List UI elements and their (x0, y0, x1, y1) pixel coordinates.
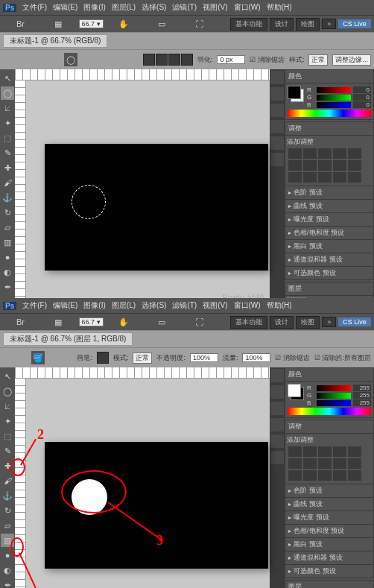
b-value[interactable]: 0 (353, 101, 371, 108)
crop-tool[interactable]: ⬚ (1, 429, 14, 443)
marquee-tool[interactable]: ◯ (1, 385, 14, 398)
hand-icon[interactable]: ✋ (117, 315, 130, 329)
preset-selcolor[interactable]: 可选颜色 预设 (285, 266, 373, 279)
marquee-tool[interactable]: ◯ (1, 86, 14, 100)
adj-poster-icon[interactable] (303, 172, 317, 183)
b-slider[interactable] (317, 102, 351, 108)
menu-select[interactable]: 选择(S) (142, 300, 166, 311)
adj-photofilter-icon[interactable] (333, 160, 346, 171)
color-panel-header[interactable]: 颜色 (285, 368, 373, 382)
adj-icon[interactable] (318, 458, 332, 469)
hand-icon[interactable]: ✋ (117, 17, 130, 31)
crop-tool[interactable]: ⬚ (1, 131, 14, 145)
b-slider[interactable] (317, 400, 351, 406)
dock-icon[interactable] (270, 87, 284, 101)
screen-icon[interactable]: ⛶ (193, 17, 206, 31)
adj-icon[interactable] (303, 446, 317, 457)
selection-mode-icons[interactable] (143, 54, 193, 66)
menu-layer[interactable]: 图层(L) (112, 2, 136, 13)
dodge-tool[interactable]: ◐ (1, 563, 14, 577)
adj-icon[interactable] (303, 470, 317, 481)
dock-icon[interactable] (270, 434, 284, 448)
dock-icon[interactable] (270, 120, 284, 133)
preset-curves[interactable]: 曲线 预设 (285, 497, 373, 510)
adj-selcolor-icon[interactable] (348, 172, 361, 183)
layers-header[interactable]: 图层 (285, 282, 373, 296)
preset-chanmix[interactable]: 通道混和器 预设 (285, 253, 373, 266)
preset-exposure[interactable]: 曝光度 预设 (285, 510, 373, 524)
feather-input[interactable]: 0 px (217, 55, 245, 64)
antialias-checkbox[interactable]: ☑ 消除锯齿 (250, 55, 285, 65)
menu-view[interactable]: 视图(V) (203, 2, 227, 13)
g-value[interactable]: 255 (353, 392, 371, 399)
zoom-select[interactable]: 66.7 ▾ (79, 19, 104, 28)
adj-icon[interactable] (318, 470, 332, 481)
adj-icon[interactable] (288, 446, 302, 457)
adj-levels-icon[interactable] (303, 148, 317, 159)
adj-bw-icon[interactable] (318, 160, 332, 171)
cslive-button[interactable]: CS Live (338, 317, 371, 326)
preset-bw[interactable]: 黑白 预设 (285, 239, 373, 253)
lasso-tool[interactable]: ⟀ (1, 399, 14, 413)
adj-icon[interactable] (318, 446, 332, 457)
dock-icon[interactable] (270, 369, 284, 382)
preset-chanmix[interactable]: 通道混和器 预设 (285, 551, 373, 564)
all-layers-checkbox[interactable]: ☑ 清除的:所有图层 (314, 353, 371, 363)
adj-colorbal-icon[interactable] (303, 160, 317, 171)
document-tab[interactable]: 未标题-1 @ 66.7% (图层 1, RGB/8) (3, 332, 133, 346)
menu-view[interactable]: 视图(V) (203, 300, 227, 311)
preset-levels[interactable]: 色阶 预设 (285, 186, 373, 199)
color-spectrum[interactable] (288, 408, 371, 415)
adj-icon[interactable] (288, 470, 302, 481)
preset-exposure[interactable]: 曝光度 预设 (285, 212, 373, 226)
canvas-area[interactable]: 3 2 1 php 中文网 (15, 367, 270, 588)
workspace-more[interactable]: » (322, 19, 336, 29)
menu-help[interactable]: 帮助(H) (267, 2, 292, 13)
arrange-icon[interactable]: ▭ (155, 17, 168, 31)
brush-tool[interactable]: 🖌 (1, 474, 14, 487)
preset-levels[interactable]: 色阶 预设 (285, 484, 373, 497)
workspace-essentials[interactable]: 基本功能 (230, 18, 267, 31)
dock-icon[interactable] (270, 402, 284, 415)
dock-icon[interactable] (270, 136, 284, 150)
adj-icon[interactable] (348, 458, 361, 469)
panel-color-swatch[interactable] (288, 86, 304, 102)
brush-preset[interactable] (97, 352, 109, 364)
dock-icon[interactable] (270, 104, 284, 117)
lasso-tool[interactable]: ⟀ (1, 101, 14, 115)
workspace-design[interactable]: 设计 (270, 18, 294, 31)
b-value[interactable]: 255 (353, 399, 371, 406)
gradient-tool[interactable]: ▥ (1, 235, 14, 249)
adj-icon[interactable] (348, 470, 361, 481)
eyedropper-tool[interactable]: ✎ (1, 444, 14, 458)
pen-tool[interactable]: ✒ (1, 578, 14, 588)
zoom-select[interactable]: 66.7 ▾ (79, 317, 104, 326)
workspace-painting[interactable]: 绘图 (296, 316, 320, 329)
adj-exposure-icon[interactable] (333, 148, 346, 159)
menu-image[interactable]: 图像(I) (83, 2, 105, 13)
menu-window[interactable]: 窗口(W) (234, 300, 261, 311)
menu-help[interactable]: 帮助(H) (267, 300, 292, 311)
move-tool[interactable]: ↖ (1, 72, 14, 85)
r-slider[interactable] (317, 87, 351, 93)
adj-icon[interactable] (348, 446, 361, 457)
adj-hue-icon[interactable] (288, 160, 302, 171)
menu-image[interactable]: 图像(I) (83, 300, 105, 311)
r-slider[interactable] (317, 385, 351, 391)
menu-select[interactable]: 选择(S) (142, 2, 166, 13)
bridge-icon[interactable]: Br (13, 17, 27, 31)
antialias-checkbox[interactable]: ☑ 消除锯齿 (275, 353, 310, 363)
adj-icon[interactable] (288, 458, 302, 469)
dock-icon[interactable] (270, 418, 284, 431)
menu-filter[interactable]: 滤镜(T) (172, 2, 197, 13)
preset-bw[interactable]: 黑白 预设 (285, 537, 373, 551)
layers-header[interactable]: 图层 (285, 581, 373, 588)
mb-icon[interactable]: ▦ (51, 315, 65, 329)
document-tab[interactable]: 未标题-1 @ 66.7% (RGB/8) (3, 34, 107, 48)
adj-curves-icon[interactable] (318, 148, 332, 159)
g-slider[interactable] (317, 393, 351, 399)
dock-icon[interactable] (270, 385, 284, 399)
arrange-icon[interactable]: ▭ (155, 315, 168, 329)
pen-tool[interactable]: ✒ (1, 280, 14, 294)
r-value[interactable]: 255 (353, 385, 371, 391)
